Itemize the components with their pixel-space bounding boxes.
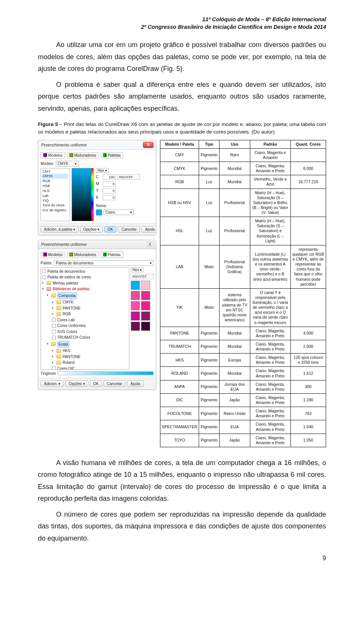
- tree-item-composta[interactable]: ▾Composta: [42, 292, 128, 300]
- options-button[interactable]: Opções ▾: [80, 226, 103, 233]
- table-cell: Luz: [199, 175, 219, 189]
- swatch[interactable]: [131, 301, 140, 310]
- palette-select[interactable]: Paleta de documentos ▾: [54, 260, 154, 266]
- table-cell: YIK: [160, 288, 199, 327]
- option-tons-cinza[interactable]: Tons de cinza: [42, 203, 68, 208]
- tab-misturadores[interactable]: Misturadores: [67, 152, 99, 159]
- swatch[interactable]: [141, 322, 150, 331]
- y-label: Y: [96, 189, 101, 193]
- hex-format-select[interactable]: Hex▾: [96, 168, 108, 173]
- swatch[interactable]: [131, 311, 140, 321]
- swatch[interactable]: [141, 301, 150, 310]
- tab-modelos[interactable]: Modelos: [41, 152, 65, 159]
- hex-format-select[interactable]: Hex▾: [131, 267, 143, 272]
- tree-item-exata[interactable]: ▾Exata: [42, 341, 128, 348]
- close-button[interactable]: X: [146, 242, 154, 247]
- tree-item-docs[interactable]: Paleta de documentos: [42, 269, 128, 275]
- folder-icon: [47, 287, 51, 291]
- option-lab[interactable]: Lab: [42, 193, 68, 198]
- tab-misturadores[interactable]: Misturadores: [67, 251, 99, 258]
- chevron-down-icon: ▾: [75, 162, 77, 166]
- table-row: ANPAPigmentoJornais dos EUACiano, Magent…: [160, 380, 326, 393]
- folder-icon: [56, 349, 61, 353]
- cancel-button[interactable]: Cancelar: [118, 226, 140, 233]
- option-cmyk[interactable]: CMYK: [42, 174, 68, 179]
- tab-paletas[interactable]: Paletas: [100, 251, 123, 258]
- tree-item[interactable]: ▸Roland: [42, 360, 128, 366]
- header-line-1: 11º Colóquio de Moda – 8º Edição Interna…: [38, 16, 326, 24]
- option-yiq[interactable]: YIQ: [42, 198, 68, 203]
- figure-label: Figura 5: [38, 121, 58, 127]
- option-hsb[interactable]: HSB: [42, 184, 68, 189]
- tab-modelos[interactable]: Modelos: [41, 251, 65, 258]
- model-select[interactable]: CMYK ▾: [56, 161, 78, 167]
- option-cor-registro[interactable]: Cor de registro: [42, 208, 68, 213]
- option-hls[interactable]: HLS: [42, 189, 68, 193]
- option-cmy[interactable]: CMY: [42, 169, 68, 174]
- table-cell: Ciano, Magenta, Amarelo e Preto: [250, 367, 290, 380]
- c-label: C: [96, 175, 101, 179]
- add-to-palette-button[interactable]: Adicion. à paleta ▾: [41, 226, 78, 233]
- table-cell: Misto: [199, 288, 219, 327]
- titlebar: Preenchimento uniforme X: [38, 240, 156, 249]
- dialog-footer: Adicion. ▾ Opções ▾ OK Cancelar Ajuda: [38, 378, 156, 389]
- tint-slider[interactable]: [58, 371, 154, 375]
- swatch[interactable]: [131, 291, 140, 300]
- palette-icon: [42, 269, 46, 273]
- option-rgb[interactable]: RGB: [42, 179, 68, 184]
- palette-select-value: Paleta de documentos: [56, 261, 94, 265]
- color-gradient[interactable]: [72, 168, 94, 221]
- tree-item[interactable]: ▸PANTONE: [42, 354, 128, 360]
- table-cell: [290, 217, 326, 245]
- dialog-uniform-fill-models: Preenchimento uniforme X Modelos Mistura…: [38, 140, 156, 235]
- hex-input[interactable]: #00AFEF: [131, 274, 154, 279]
- tree-item[interactable]: TRUMATCH Colors: [42, 335, 128, 341]
- table-cell: Raro: [219, 148, 250, 162]
- tab-paletas[interactable]: Paletas: [100, 152, 123, 159]
- tree-item[interactable]: Cores DIC: [42, 366, 128, 370]
- help-button[interactable]: Ajuda: [141, 226, 156, 233]
- tree-item[interactable]: ▸RGB: [42, 311, 128, 317]
- th-use: Uso: [219, 140, 250, 148]
- ok-button[interactable]: OK: [104, 226, 116, 233]
- name-select[interactable]: Ciano▾: [104, 209, 134, 215]
- k-input[interactable]: 0: [103, 195, 116, 200]
- table-cell: Mundial: [219, 175, 250, 189]
- table-cell: Jornais dos EUA: [219, 380, 250, 393]
- tree-item[interactable]: SVG Colors: [42, 329, 128, 335]
- tab-misturadores-label: Misturadores: [74, 253, 96, 257]
- tree-item[interactable]: ▸PANTONE: [42, 305, 128, 311]
- tree-item-styles[interactable]: Paleta de estilos de cores: [42, 274, 128, 280]
- table-cell: 300: [290, 380, 326, 393]
- name-row: Nome:: [96, 204, 140, 208]
- swatch[interactable]: [131, 322, 140, 331]
- table-cell: Luz: [199, 217, 219, 245]
- cancel-button[interactable]: Cancelar: [104, 380, 126, 387]
- tree-item[interactable]: Cores Lab: [42, 317, 128, 323]
- m-input[interactable]: 0: [103, 181, 116, 187]
- palette-icon: [52, 318, 56, 322]
- c-input[interactable]: 100: [103, 174, 116, 180]
- y-input[interactable]: 0: [103, 188, 116, 193]
- options-button[interactable]: Opções ▾: [65, 380, 88, 387]
- model-dropdown-list[interactable]: CMY CMYK RGB HSB HLS Lab YIQ Tons de cin…: [41, 168, 70, 221]
- tree-item-libs[interactable]: ▾Bibliotecas de paletas: [42, 286, 128, 292]
- help-button[interactable]: Ajuda: [127, 380, 144, 387]
- tree-item[interactable]: ▸HKS: [42, 348, 128, 354]
- table-cell: Mundial: [219, 327, 250, 340]
- swatch[interactable]: [141, 291, 150, 300]
- ok-button[interactable]: OK: [90, 380, 102, 387]
- tingimen-label: Tingimen: [41, 371, 56, 376]
- swatch[interactable]: [141, 281, 150, 290]
- table-cell: 2.000: [290, 340, 326, 353]
- add-to-palette-button[interactable]: Adicion. ▾: [41, 380, 64, 387]
- swatch[interactable]: [141, 311, 150, 321]
- tree-item[interactable]: Cores Uniformes: [42, 323, 128, 329]
- folder-icon: [56, 361, 61, 365]
- swatch[interactable]: [131, 281, 140, 290]
- hex-input[interactable]: #00AFEF: [117, 174, 140, 180]
- palette-tree[interactable]: Paleta de documentos Paleta de estilos d…: [41, 267, 129, 370]
- close-button[interactable]: X: [143, 142, 154, 148]
- tree-item[interactable]: ▸CMYK: [42, 299, 128, 305]
- tree-item-my[interactable]: ▸Minhas paletas: [42, 280, 128, 286]
